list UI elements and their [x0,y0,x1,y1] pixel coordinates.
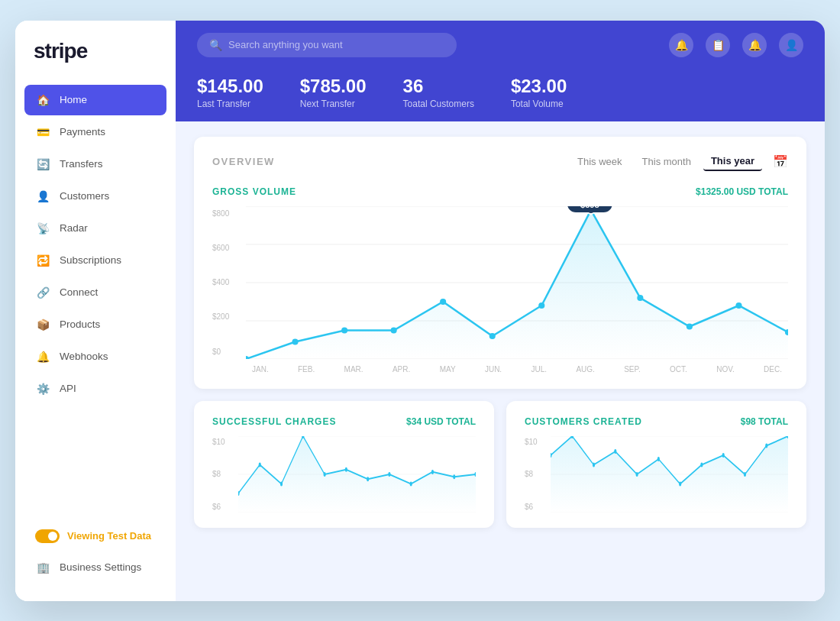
search-input[interactable] [228,39,444,50]
gross-volume-title: GROSS VOLUME [212,186,296,197]
stat-label: Last Transfer [197,99,263,109]
user-avatar-icon[interactable]: 👤 [779,33,803,57]
charges-header: SUCCESSFUL CHARGES $34 USD TOTAL [212,416,476,427]
y-label-600: $600 [212,244,240,252]
svg-point-28 [367,477,369,481]
customers-title: CUSTOMERS CREATED [525,416,642,427]
business-settings-label: Business Settings [60,561,141,573]
sidebar-label-webhooks: Webhooks [60,351,108,362]
sidebar-item-business-settings[interactable]: 🏢 Business Settings [24,552,166,583]
sidebar-label-subscriptions: Subscriptions [60,254,121,266]
header-top: 🔍 🔔 📋 🔔 👤 [197,33,803,57]
svg-point-40 [614,449,616,454]
x-axis-labels: JAN. FEB. MAR. APR. MAY JUN. JUL. AUG. S… [246,365,788,374]
test-data-toggle[interactable] [35,529,60,543]
notification-bell-icon[interactable]: 🔔 [669,33,693,57]
home-icon: 🏠 [35,92,50,108]
calendar-icon[interactable]: 📅 [773,154,788,169]
products-icon: 📦 [35,317,50,332]
header-stats: $145.00Last Transfer$785.00Next Transfer… [197,76,803,109]
svg-point-23 [259,462,261,467]
y-label-800: $800 [212,209,240,218]
tab-this-month[interactable]: This month [635,153,699,170]
svg-point-14 [687,323,693,329]
gross-volume-header: GROSS VOLUME $1325.00 USD TOTAL [212,186,788,197]
sidebar-item-radar[interactable]: 📡Radar [24,213,166,244]
svg-point-10 [489,333,496,339]
svg-point-13 [637,295,643,301]
tab-this-year[interactable]: This year [703,152,762,171]
svg-point-8 [391,327,397,333]
sidebar-item-api[interactable]: ⚙️API [24,374,166,404]
svg-point-15 [735,302,741,309]
clipboard-icon[interactable]: 📋 [706,33,730,57]
webhooks-icon: 🔔 [35,349,50,364]
gross-volume-chart: $598 [246,206,788,359]
svg-point-30 [410,481,412,486]
payments-icon: 💳 [35,125,50,140]
charges-title: SUCCESSFUL CHARGES [212,416,336,427]
sidebar-item-connect[interactable]: 🔗Connect [24,277,166,308]
stat-next-transfer: $785.00Next Transfer [300,76,367,109]
svg-point-45 [722,453,725,458]
customers-icon: 👤 [35,189,50,204]
logo-text: stripe [34,39,87,63]
customers-chart [551,436,788,513]
y-label-400: $400 [212,278,240,286]
svg-point-11 [538,302,544,309]
svg-point-5 [246,356,249,359]
svg-point-43 [679,481,681,486]
sidebar-item-subscriptions[interactable]: 🔁Subscriptions [24,245,166,276]
svg-point-9 [440,299,446,305]
sidebar-label-connect: Connect [60,286,98,298]
stat-value: 36 [403,76,474,97]
stat-value: $23.00 [511,76,567,97]
stat-label: Next Transfer [300,99,367,109]
subscriptions-icon: 🔁 [35,253,50,268]
sidebar-item-products[interactable]: 📦Products [24,309,166,340]
api-icon: ⚙️ [35,381,50,396]
stat-value: $785.00 [300,76,367,97]
tab-this-week[interactable]: This week [570,153,630,170]
svg-point-24 [280,481,283,486]
customers-created-card: CUSTOMERS CREATED $98 TOTAL $10 $8 $6 [506,401,806,528]
sidebar-label-customers: Customers [60,190,109,202]
search-bar[interactable]: 🔍 [197,33,457,57]
stat-toatal-customers: 36Toatal Customers [403,76,474,109]
bottom-cards: SUCCESSFUL CHARGES $34 USD TOTAL $10 $8 … [194,401,806,528]
test-data-toggle-item[interactable]: Viewing Test Data [24,522,166,551]
logo-area: stripe [15,39,176,85]
charges-chart [238,436,476,513]
sidebar-label-home: Home [60,94,87,105]
svg-point-27 [345,467,347,471]
alert-icon[interactable]: 🔔 [742,33,767,57]
sidebar-label-transfers: Transfers [60,158,103,170]
app-container: stripe 🏠Home💳Payments🔄Transfers👤Customer… [15,21,825,601]
svg-point-46 [744,472,746,477]
y-label-200: $200 [212,312,240,321]
header-icons: 🔔 📋 🔔 👤 [669,33,803,57]
sidebar-nav: 🏠Home💳Payments🔄Transfers👤Customers📡Radar… [15,85,176,513]
sidebar-label-payments: Payments [60,126,105,137]
svg-point-39 [593,462,595,467]
sidebar-item-customers[interactable]: 👤Customers [24,181,166,212]
stat-last-transfer: $145.00Last Transfer [197,76,263,109]
sidebar-label-radar: Radar [60,222,88,234]
svg-point-31 [431,469,434,474]
sidebar-item-home[interactable]: 🏠Home [24,85,166,115]
svg-point-32 [453,474,455,479]
gross-volume-total: $1325.00 USD TOTAL [696,186,788,197]
sidebar-bottom: Viewing Test Data 🏢 Business Settings [15,513,176,583]
business-settings-icon: 🏢 [35,560,50,575]
svg-point-7 [341,327,347,333]
sidebar-item-payments[interactable]: 💳Payments [24,117,166,147]
sidebar-label-api: API [60,383,76,394]
sidebar-item-webhooks[interactable]: 🔔Webhooks [24,341,166,372]
y-label-0: $0 [212,348,240,356]
customers-header: CUSTOMERS CREATED $98 TOTAL [525,416,788,427]
test-data-label: Viewing Test Data [67,530,151,542]
connect-icon: 🔗 [35,285,50,300]
stat-total-volume: $23.00Total Volume [511,76,567,109]
sidebar-item-transfers[interactable]: 🔄Transfers [24,149,166,180]
sidebar: stripe 🏠Home💳Payments🔄Transfers👤Customer… [15,21,176,601]
